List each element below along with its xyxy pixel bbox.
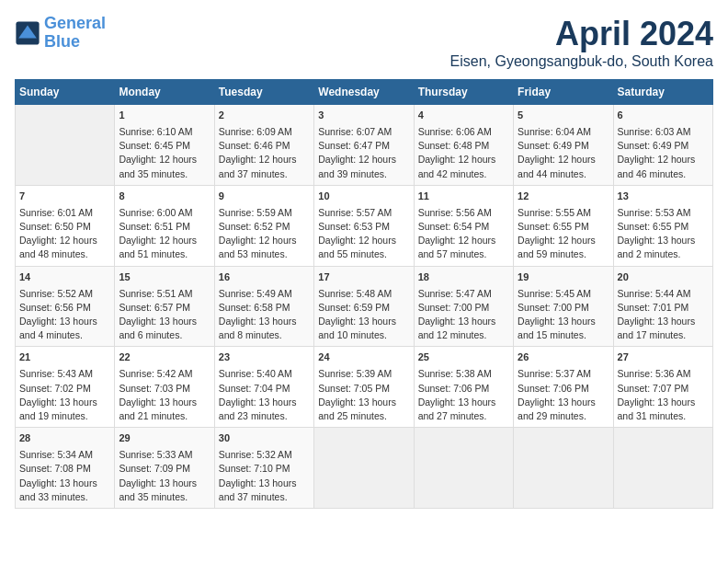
calendar-cell bbox=[16, 105, 115, 186]
cell-content-line: Sunrise: 6:03 AM bbox=[618, 125, 709, 139]
cell-content-line: Sunset: 6:48 PM bbox=[418, 139, 509, 153]
cell-content-line: Sunrise: 5:34 AM bbox=[19, 448, 110, 462]
cell-content-line: Daylight: 13 hours bbox=[219, 396, 310, 409]
cell-content-line: and 2 minutes. bbox=[618, 247, 709, 261]
cell-content-line: and 35 minutes. bbox=[119, 490, 210, 504]
cell-content-line: and 37 minutes. bbox=[219, 167, 310, 181]
day-number: 23 bbox=[219, 350, 310, 365]
calendar-cell bbox=[414, 428, 513, 509]
day-number: 20 bbox=[618, 270, 709, 285]
logo-icon bbox=[15, 20, 40, 46]
cell-content-line: Daylight: 12 hours bbox=[618, 153, 709, 167]
calendar-cell: 24Sunrise: 5:39 AMSunset: 7:05 PMDayligh… bbox=[314, 347, 414, 428]
cell-content-line: Daylight: 13 hours bbox=[318, 396, 409, 409]
cell-content-line: and 8 minutes. bbox=[219, 328, 310, 342]
cell-content-line: Sunrise: 5:59 AM bbox=[219, 206, 310, 220]
calendar-cell: 6Sunrise: 6:03 AMSunset: 6:49 PMDaylight… bbox=[613, 105, 712, 186]
calendar-cell: 12Sunrise: 5:55 AMSunset: 6:55 PMDayligh… bbox=[514, 185, 613, 266]
cell-content-line: Daylight: 12 hours bbox=[418, 153, 509, 167]
cell-content-line: Sunrise: 5:37 AM bbox=[518, 367, 609, 381]
logo: General Blue bbox=[15, 15, 106, 52]
calendar-week-row: 14Sunrise: 5:52 AMSunset: 6:56 PMDayligh… bbox=[16, 266, 713, 347]
cell-content-line: Daylight: 13 hours bbox=[119, 315, 210, 328]
day-number: 6 bbox=[618, 109, 709, 123]
calendar-cell: 10Sunrise: 5:57 AMSunset: 6:53 PMDayligh… bbox=[314, 185, 414, 266]
cell-content-line: Sunset: 6:55 PM bbox=[618, 220, 709, 234]
calendar-week-row: 28Sunrise: 5:34 AMSunset: 7:08 PMDayligh… bbox=[16, 428, 713, 509]
cell-content-line: and 23 minutes. bbox=[219, 409, 310, 423]
day-header-saturday: Saturday bbox=[613, 80, 712, 105]
day-number: 2 bbox=[219, 109, 310, 123]
cell-content-line: Sunset: 7:07 PM bbox=[618, 382, 709, 396]
page-header: General Blue April 2024 Eisen, Gyeongsan… bbox=[15, 15, 713, 70]
calendar-cell: 30Sunrise: 5:32 AMSunset: 7:10 PMDayligh… bbox=[214, 428, 313, 509]
day-header-friday: Friday bbox=[514, 80, 613, 105]
cell-content-line: Sunset: 7:03 PM bbox=[119, 382, 210, 396]
day-number: 1 bbox=[119, 109, 210, 123]
cell-content-line: Sunrise: 6:01 AM bbox=[19, 206, 110, 220]
calendar-cell: 9Sunrise: 5:59 AMSunset: 6:52 PMDaylight… bbox=[214, 185, 313, 266]
cell-content-line: Daylight: 13 hours bbox=[219, 315, 310, 328]
day-number: 4 bbox=[418, 109, 509, 123]
cell-content-line: Sunset: 6:58 PM bbox=[219, 301, 310, 315]
day-number: 24 bbox=[318, 350, 409, 365]
cell-content-line: Daylight: 13 hours bbox=[119, 477, 210, 490]
cell-content-line: Sunrise: 5:57 AM bbox=[318, 206, 409, 220]
cell-content-line: Sunrise: 5:47 AM bbox=[418, 287, 509, 301]
cell-content-line: Sunset: 7:02 PM bbox=[19, 382, 110, 396]
calendar-cell: 15Sunrise: 5:51 AMSunset: 6:57 PMDayligh… bbox=[115, 266, 214, 347]
calendar-cell: 25Sunrise: 5:38 AMSunset: 7:06 PMDayligh… bbox=[414, 347, 513, 428]
cell-content-line: and 6 minutes. bbox=[119, 328, 210, 342]
cell-content-line: and 19 minutes. bbox=[19, 409, 110, 423]
cell-content-line: Daylight: 13 hours bbox=[219, 477, 310, 490]
day-number: 28 bbox=[19, 431, 110, 446]
cell-content-line: Sunset: 6:51 PM bbox=[119, 220, 210, 234]
calendar-cell bbox=[613, 428, 712, 509]
cell-content-line: Daylight: 12 hours bbox=[518, 153, 609, 167]
cell-content-line: Sunset: 7:10 PM bbox=[219, 462, 310, 476]
day-number: 13 bbox=[618, 190, 709, 204]
cell-content-line: and 4 minutes. bbox=[19, 328, 110, 342]
cell-content-line: Daylight: 12 hours bbox=[318, 234, 409, 247]
cell-content-line: and 55 minutes. bbox=[318, 247, 409, 261]
day-number: 21 bbox=[19, 350, 110, 365]
cell-content-line: Sunrise: 5:39 AM bbox=[318, 367, 409, 381]
cell-content-line: Sunrise: 5:45 AM bbox=[518, 287, 609, 301]
cell-content-line: Sunset: 6:47 PM bbox=[318, 139, 409, 153]
cell-content-line: Sunset: 6:56 PM bbox=[19, 301, 110, 315]
day-number: 5 bbox=[518, 109, 609, 123]
calendar-cell: 21Sunrise: 5:43 AMSunset: 7:02 PMDayligh… bbox=[16, 347, 115, 428]
cell-content-line: and 27 minutes. bbox=[418, 409, 509, 423]
day-number: 14 bbox=[19, 270, 110, 285]
cell-content-line: Sunset: 7:00 PM bbox=[418, 301, 509, 315]
cell-content-line: Daylight: 13 hours bbox=[119, 396, 210, 409]
page-subtitle: Eisen, Gyeongsangbuk-do, South Korea bbox=[450, 53, 713, 70]
calendar-week-row: 7Sunrise: 6:01 AMSunset: 6:50 PMDaylight… bbox=[16, 185, 713, 266]
calendar-cell: 19Sunrise: 5:45 AMSunset: 7:00 PMDayligh… bbox=[514, 266, 613, 347]
day-header-wednesday: Wednesday bbox=[314, 80, 414, 105]
cell-content-line: Daylight: 12 hours bbox=[19, 234, 110, 247]
cell-content-line: Daylight: 12 hours bbox=[219, 234, 310, 247]
calendar-cell: 17Sunrise: 5:48 AMSunset: 6:59 PMDayligh… bbox=[314, 266, 414, 347]
cell-content-line: and 35 minutes. bbox=[119, 167, 210, 181]
calendar-cell: 13Sunrise: 5:53 AMSunset: 6:55 PMDayligh… bbox=[613, 185, 712, 266]
cell-content-line: Sunset: 7:01 PM bbox=[618, 301, 709, 315]
cell-content-line: Sunrise: 6:04 AM bbox=[518, 125, 609, 139]
cell-content-line: Daylight: 13 hours bbox=[19, 396, 110, 409]
calendar-cell: 16Sunrise: 5:49 AMSunset: 6:58 PMDayligh… bbox=[214, 266, 313, 347]
day-number: 26 bbox=[518, 350, 609, 365]
cell-content-line: Sunrise: 6:10 AM bbox=[119, 125, 210, 139]
calendar-cell: 14Sunrise: 5:52 AMSunset: 6:56 PMDayligh… bbox=[16, 266, 115, 347]
day-number: 18 bbox=[418, 270, 509, 285]
cell-content-line: Daylight: 13 hours bbox=[418, 315, 509, 328]
page-title: April 2024 bbox=[450, 15, 713, 53]
cell-content-line: Daylight: 13 hours bbox=[19, 477, 110, 490]
day-header-tuesday: Tuesday bbox=[214, 80, 313, 105]
cell-content-line: Daylight: 13 hours bbox=[618, 234, 709, 247]
day-number: 25 bbox=[418, 350, 509, 365]
day-number: 19 bbox=[518, 270, 609, 285]
day-number: 7 bbox=[19, 190, 110, 204]
cell-content-line: and 29 minutes. bbox=[518, 409, 609, 423]
cell-content-line: Sunset: 6:52 PM bbox=[219, 220, 310, 234]
cell-content-line: Sunset: 6:50 PM bbox=[19, 220, 110, 234]
